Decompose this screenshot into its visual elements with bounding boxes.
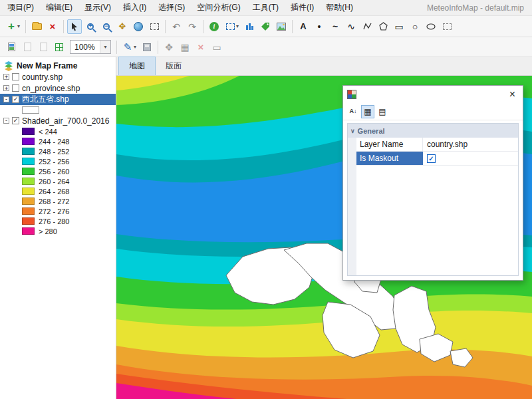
pan-tool-button[interactable]: ✥ [115, 19, 130, 34]
legend-swatch [22, 128, 35, 135]
ellipse-tool-button[interactable] [424, 19, 438, 34]
polygon-symbol-swatch[interactable] [22, 106, 39, 114]
expander-icon[interactable]: + [3, 85, 9, 91]
identify-button[interactable]: i [207, 19, 221, 34]
expander-icon[interactable]: - [3, 118, 9, 124]
curve-tool-button[interactable]: ~ [328, 19, 342, 34]
tab-map[interactable]: 地图 [118, 57, 156, 75]
edit-tool-button[interactable]: ✎ [120, 40, 135, 55]
undo-button[interactable]: ↶ [169, 19, 184, 34]
tab-layout[interactable]: 版面 [156, 57, 192, 75]
menu-item-plugins[interactable]: 插件(I) [285, 0, 320, 16]
map-view[interactable]: × A↓ ▦ ▤ ∨ General Layer Name country.sh… [116, 76, 532, 399]
open-file-button[interactable] [29, 19, 44, 34]
redo-button[interactable]: ↷ [185, 19, 200, 34]
freehand-tool-button[interactable]: ∿ [344, 19, 358, 34]
layer-item-shaded-air[interactable]: - ✓ Shaded_air_700.0_2016 [0, 115, 116, 126]
property-row-layer-name[interactable]: Layer Name country.shp [356, 138, 518, 152]
legend-item: < 244 [0, 126, 116, 136]
combo-arrow-icon[interactable]: ▼ [100, 41, 110, 53]
dialog-close-button[interactable]: × [506, 89, 519, 100]
property-value: ✓ [423, 152, 518, 165]
polyline-tool-button[interactable] [360, 19, 374, 34]
page-icon [24, 43, 31, 51]
menu-item-project[interactable]: 项目(P) [1, 0, 40, 16]
zoom-to-layer-button[interactable] [147, 19, 162, 34]
property-value[interactable]: country.shp [423, 138, 518, 151]
window-title: MeteoInfoMap - default.mip [427, 3, 524, 13]
statistics-button[interactable] [242, 19, 257, 34]
layer-item-country[interactable]: + country.shp [0, 71, 116, 82]
expander-icon[interactable]: - [3, 96, 9, 102]
move-feature-button[interactable]: ✥ [162, 40, 176, 55]
expander-icon[interactable]: + [3, 74, 9, 80]
zoom-level-combobox[interactable]: 100% ▼ [70, 40, 111, 54]
property-row-is-maskout[interactable]: Is Maskout ✓ [356, 152, 518, 166]
remove-layer-button[interactable]: × [45, 19, 60, 34]
insert-picture-button[interactable] [274, 19, 289, 34]
point-tool-button[interactable]: • [312, 19, 327, 34]
circle-tool-button[interactable]: ○ [408, 19, 422, 34]
select-features-button[interactable] [223, 19, 237, 34]
menu-item-tools[interactable]: 工具(T) [247, 0, 285, 16]
layer-checkbox[interactable]: ✓ [12, 117, 19, 124]
cursor-icon [70, 22, 79, 31]
add-layer-button[interactable]: + [4, 19, 19, 34]
dialog-titlebar[interactable]: × [343, 86, 523, 103]
legend-swatch [22, 207, 35, 215]
save-edits-button[interactable] [140, 40, 154, 55]
legend-swatch [22, 178, 35, 185]
full-extent-button[interactable] [131, 19, 146, 34]
sort-alphabetical-button[interactable]: A↓ [346, 105, 360, 118]
copy-map-button[interactable] [20, 40, 35, 55]
menu-item-geoprocessing[interactable]: 空间分析(G) [191, 0, 246, 16]
maskout-checkbox[interactable]: ✓ [427, 154, 436, 163]
layer-item-cn-province[interactable]: + cn_province.shp [0, 82, 116, 94]
map-frame-item[interactable]: New Map Frame [0, 60, 116, 71]
label-button[interactable] [258, 19, 273, 34]
attribute-table-button[interactable] [52, 40, 66, 55]
layer-checkbox[interactable]: ✓ [12, 96, 19, 103]
select-features-caret-icon[interactable]: ▾ [236, 23, 241, 29]
menu-item-view[interactable]: 显示(V) [78, 0, 117, 16]
edit-tool-caret-icon[interactable]: ▾ [134, 44, 139, 50]
legend-item: 248 - 252 [0, 146, 116, 156]
menubar: 项目(P) 编辑(E) 显示(V) 插入(I) 选择(S) 空间分析(G) 工具… [0, 0, 532, 16]
layer-label: Shaded_air_700.0_2016 [22, 116, 109, 126]
menu-item-insert[interactable]: 插入(I) [117, 0, 152, 16]
main-toolbar: + ▾ × + − ✥ ↶ ↷ i ▾ A • ~ ∿ ▭ ○ [0, 16, 532, 37]
legend-label: 276 - 280 [39, 217, 69, 225]
draw-feature-button[interactable]: ▭ [209, 40, 224, 55]
layer-label: 西北五省.shp [22, 94, 69, 105]
property-grid: ∨ General Layer Name country.shp Is Mask… [347, 123, 519, 276]
marquee-icon [443, 23, 452, 30]
menu-item-selection[interactable]: 选择(S) [152, 0, 191, 16]
sort-az-icon: A↓ [350, 108, 357, 114]
export-map-button[interactable] [36, 40, 51, 55]
layer-checkbox[interactable] [12, 73, 19, 80]
separator [292, 20, 293, 33]
categorized-view-button[interactable]: ▦ [361, 105, 374, 118]
menu-item-edit[interactable]: 编辑(E) [40, 0, 78, 16]
layer-checkbox[interactable] [12, 84, 19, 92]
category-row-general[interactable]: ∨ General [348, 124, 518, 138]
legend-swatch [22, 217, 35, 225]
zoom-out-button[interactable]: − [99, 19, 114, 34]
select-tool-button[interactable] [67, 19, 82, 34]
select-rect-icon [226, 23, 235, 30]
rectangle-tool-button[interactable]: ▭ [392, 19, 406, 34]
property-pages-button[interactable]: ▤ [376, 105, 389, 118]
menu-item-help[interactable]: 帮助(H) [320, 0, 359, 16]
polygon-tool-button[interactable] [376, 19, 390, 34]
layer-item-xibei[interactable]: - ✓ 西北五省.shp [0, 94, 116, 105]
delete-feature-button[interactable]: × [194, 40, 208, 55]
text-tool-button[interactable]: A [296, 19, 311, 34]
layers-stack-icon [3, 61, 14, 71]
zoom-in-button[interactable]: + [83, 19, 98, 34]
pan-hand-icon: ✥ [119, 21, 126, 31]
new-layout-button[interactable] [4, 40, 19, 55]
edit-vertices-button[interactable]: ▦ [178, 40, 192, 55]
add-layer-caret-icon[interactable]: ▾ [17, 23, 23, 29]
edit-toolbar: 100% ▼ ✎ ▾ ✥ ▦ × ▭ [0, 37, 532, 57]
marquee-tool-button[interactable] [440, 19, 454, 34]
